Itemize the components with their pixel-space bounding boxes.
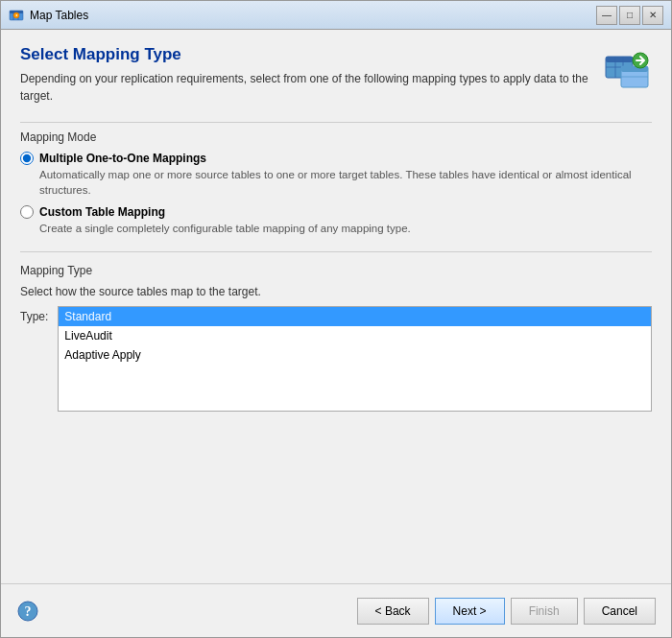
window-controls: — □ ✕ bbox=[596, 6, 663, 25]
back-button[interactable]: < Back bbox=[357, 598, 429, 625]
mapping-type-label: Mapping Type bbox=[20, 264, 652, 277]
listbox-item-standard[interactable]: Standard bbox=[59, 307, 651, 326]
listbox-item-adaptive[interactable]: Adaptive Apply bbox=[59, 345, 651, 365]
listbox-item-liveaudit[interactable]: LiveAudit bbox=[59, 326, 651, 345]
radio-row-multiple: Multiple One-to-One Mappings bbox=[20, 152, 652, 165]
svg-text:?: ? bbox=[25, 604, 32, 619]
radio-custom-label[interactable]: Custom Table Mapping bbox=[39, 205, 165, 219]
finish-button[interactable]: Finish bbox=[511, 598, 578, 625]
type-label: Type: bbox=[20, 306, 48, 323]
window-icon bbox=[9, 8, 24, 23]
radio-multiple[interactable] bbox=[20, 152, 34, 165]
maximize-button[interactable]: □ bbox=[619, 6, 640, 25]
radio-multiple-label[interactable]: Multiple One-to-One Mappings bbox=[39, 152, 206, 165]
radio-row-custom: Custom Table Mapping bbox=[20, 205, 652, 219]
mapping-mode-label: Mapping Mode bbox=[20, 130, 652, 144]
help-icon[interactable]: ? bbox=[16, 600, 39, 623]
header-divider bbox=[20, 122, 652, 123]
close-button[interactable]: ✕ bbox=[642, 6, 663, 25]
mode-type-divider bbox=[20, 251, 652, 252]
mapping-type-section: Mapping Type Select how the source table… bbox=[20, 264, 652, 412]
header-section: Select Mapping Type Depending on your re… bbox=[20, 45, 652, 105]
radio-multiple-desc: Automatically map one or more source tab… bbox=[39, 167, 652, 198]
radio-option-custom: Custom Table Mapping Create a single com… bbox=[20, 205, 652, 236]
page-title: Select Mapping Type bbox=[20, 45, 592, 64]
type-row: Type: Standard LiveAudit Adaptive Apply bbox=[20, 306, 652, 412]
mapping-type-desc: Select how the source tables map to the … bbox=[20, 285, 652, 298]
radio-custom-desc: Create a single completely configurable … bbox=[39, 221, 652, 236]
header-text: Select Mapping Type Depending on your re… bbox=[20, 45, 592, 105]
svg-rect-6 bbox=[606, 57, 633, 62]
mapping-mode-section: Mapping Mode Multiple One-to-One Mapping… bbox=[20, 130, 652, 244]
footer: ? < Back Next > Finish Cancel bbox=[1, 583, 671, 637]
type-listbox[interactable]: Standard LiveAudit Adaptive Apply bbox=[58, 306, 652, 412]
window-title: Map Tables bbox=[30, 9, 596, 22]
header-icon bbox=[602, 45, 652, 95]
next-button[interactable]: Next > bbox=[435, 598, 505, 625]
radio-custom[interactable] bbox=[20, 205, 34, 219]
content-area: Select Mapping Type Depending on your re… bbox=[1, 30, 671, 583]
title-bar: Map Tables — □ ✕ bbox=[1, 1, 671, 30]
radio-option-multiple: Multiple One-to-One Mappings Automatical… bbox=[20, 152, 652, 198]
cancel-button[interactable]: Cancel bbox=[584, 598, 656, 625]
footer-buttons: < Back Next > Finish Cancel bbox=[357, 598, 656, 625]
main-window: Map Tables — □ ✕ Select Mapping Type Dep… bbox=[0, 0, 672, 638]
minimize-button[interactable]: — bbox=[596, 6, 617, 25]
page-description: Depending on your replication requiremen… bbox=[20, 70, 592, 105]
